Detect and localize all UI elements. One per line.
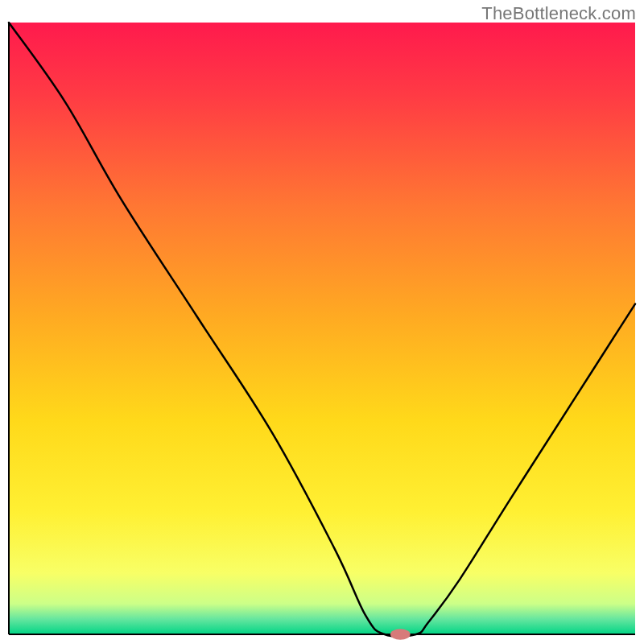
bottleneck-chart [9,23,635,634]
optimum-marker [390,629,411,640]
chart-container: TheBottleneck.com [0,0,644,644]
watermark-text: TheBottleneck.com [481,3,636,24]
plot-background [9,23,635,634]
